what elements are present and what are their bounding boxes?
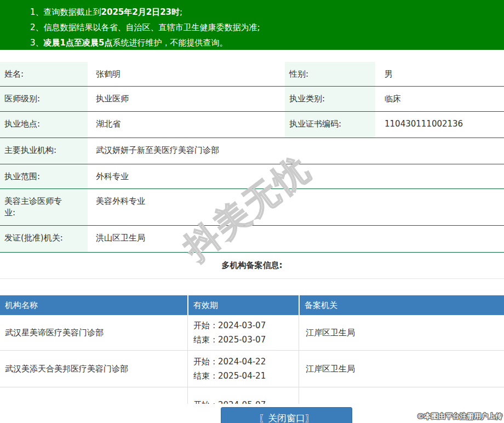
profile-row-practice-scope: 执业范围: 外科专业 [0,164,504,189]
header-validity-period: 有效期 [187,295,299,315]
validity-start: 开始：2024-04-22 [193,355,299,369]
profile-row-issuing-authority: 发证(批准)机关: 洪山区卫生局 [0,226,504,253]
notice-1-pre: 查询数据截止到 [44,7,101,17]
filing-validity: 开始：2024-03-07 结束：2025-03-07 [187,315,299,350]
issuing-authority-value: 洪山区卫生局 [88,226,504,252]
practice-category-value: 临床 [375,87,504,111]
doctor-level-label: 医师级别: [0,87,88,111]
copyright-watermark: ©本图由平台注册用户上传 [417,411,502,421]
practice-category-label: 执业类别: [285,87,375,111]
main-institution-label: 主要执业机构: [0,138,88,164]
practice-scope-value: 外科专业 [88,164,504,188]
issuing-authority-label: 发证(批准)机关: [0,226,88,252]
validity-start: 开始：2024-03-07 [193,318,299,333]
notice-1-bold: 2025年2月2日23时 [101,7,180,17]
cosmetic-specialty-label: 美容主诊医师专业: [0,189,88,225]
filing-org-name: 武汉美添天合美邦医疗美容门诊部 [0,351,187,387]
name-label: 姓名: [0,62,88,86]
name-value: 张鹤明 [88,62,285,86]
profile-row-location-certno: 执业地点: 湖北省 执业证书编码: 110430111002136 [0,112,504,138]
start-label: 开始： [193,357,218,367]
close-window-button[interactable]: 〖关闭窗口〗 [221,407,352,423]
footer: 〖关闭窗口〗 ©本图由平台注册用户上传 [0,404,504,423]
practice-location-value: 湖北省 [88,112,285,138]
filing-authority: 江岸区卫生局 [299,315,504,350]
gender-value: 男 [375,62,504,86]
notice-3-bold: 凌晨1点至凌晨5点 [44,38,113,48]
certificate-number-label: 执业证书编码: [285,112,375,138]
notice-line-3: 3、凌晨1点至凌晨5点系统进行维护，不能提供查询。 [30,35,499,50]
multi-institution-section-row: 多机构备案信息: [0,253,504,279]
notice-line-1: 1、查询数据截止到2025年2月2日23时; [30,4,499,20]
practitioner-profile-table: 姓名: 张鹤明 性别: 男 医师级别: 执业医师 执业类别: 临床 执业地点: … [0,62,504,253]
filing-validity: 开始：2024-04-22 结束：2025-04-21 [187,351,299,387]
profile-row-main-institution: 主要执业机构: 武汉妍妍子新至美医疗美容门诊部 [0,138,504,164]
notice-1-num: 1、 [30,7,44,17]
notice-line-2: 2、信息数据结果以各省、自治区、直辖市卫生健康委数据为准; [30,20,499,35]
doctor-level-value: 执业医师 [88,87,285,111]
notice-banner: 1、查询数据截止到2025年2月2日23时; 2、信息数据结果以各省、自治区、直… [0,0,504,50]
header-org-name: 机构名称 [0,295,187,315]
filing-row-2: 武汉美添天合美邦医疗美容门诊部 开始：2024-04-22 结束：2025-04… [0,351,504,387]
cosmetic-specialty-value: 美容外科专业 [88,189,504,225]
end-label: 结束： [193,335,218,345]
validity-end: 结束：2025-03-07 [193,333,299,347]
end-label: 结束： [193,371,218,381]
end-date: 2025-04-21 [218,371,266,381]
notice-3-num: 3、 [30,38,44,48]
start-date: 2024-04-22 [218,357,266,367]
filing-authority: 江岸区卫生局 [299,351,504,387]
gender-label: 性别: [285,62,375,86]
section-title: 多机构备案信息: [222,260,283,271]
profile-row-name-gender: 姓名: 张鹤明 性别: 男 [0,62,504,87]
notice-2-num: 2、 [30,22,44,32]
profile-row-cosmetic-specialty: 美容主诊医师专业: 美容外科专业 [0,189,504,226]
notice-3-post: 系统进行维护，不能提供查询。 [112,38,227,48]
profile-row-level-category: 医师级别: 执业医师 执业类别: 临床 [0,87,504,112]
filing-org-name: 武汉星美谛医疗美容门诊部 [0,315,187,350]
filing-table-header: 机构名称 有效期 备案机关 [0,295,504,315]
page: 1、查询数据截止到2025年2月2日23时; 2、信息数据结果以各省、自治区、直… [0,0,504,423]
main-institution-value: 武汉妍妍子新至美医疗美容门诊部 [88,138,504,164]
header-filing-authority: 备案机关 [299,295,504,315]
notice-1-post: ; [180,7,182,17]
certificate-number-value: 110430111002136 [375,112,504,138]
validity-end: 结束：2025-04-21 [193,369,299,383]
filing-row-1: 武汉星美谛医疗美容门诊部 开始：2024-03-07 结束：2025-03-07… [0,315,504,351]
start-label: 开始： [193,321,218,330]
practice-location-label: 执业地点: [0,112,88,138]
start-date: 2024-03-07 [218,321,266,330]
practice-scope-label: 执业范围: [0,164,88,188]
notice-2-pre: 信息数据结果以各省、自治区、直辖市卫生健康委数据为准; [44,22,260,32]
end-date: 2025-03-07 [218,335,266,345]
